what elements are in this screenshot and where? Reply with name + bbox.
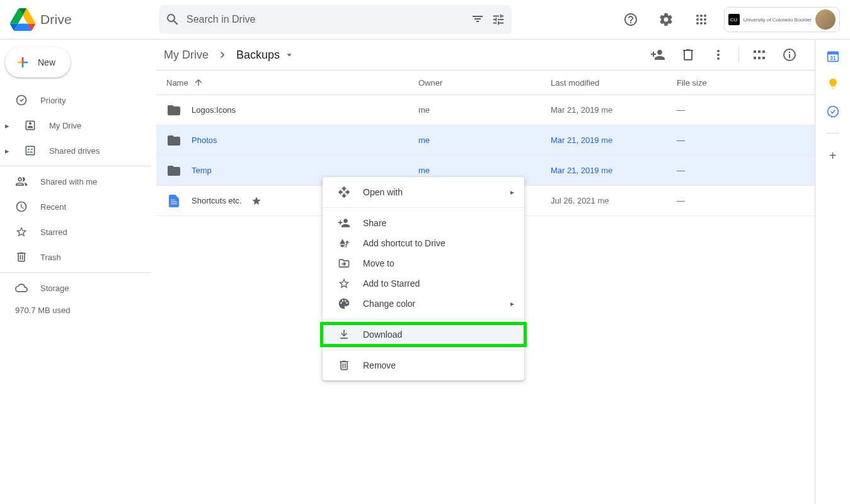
breadcrumb-root[interactable]: My Drive: [159, 46, 214, 64]
ctx-star[interactable]: Add to Starred: [323, 273, 524, 294]
trash-icon: [15, 251, 28, 263]
starred-icon: [15, 226, 28, 238]
dropdown-icon: [284, 49, 295, 60]
keep-app-icon[interactable]: [827, 77, 839, 90]
info-button[interactable]: [777, 42, 802, 67]
ctx-shortcut[interactable]: Add shortcut to Drive: [323, 233, 524, 253]
col-modified-header[interactable]: Last modified: [551, 78, 677, 88]
folder-icon: [166, 133, 181, 148]
search-input[interactable]: [187, 14, 464, 25]
table-row[interactable]: Photos me Mar 21, 2019 me —: [156, 125, 815, 156]
ctx-color[interactable]: Change color ▸: [323, 294, 524, 314]
svg-rect-3: [827, 52, 838, 54]
sidebar-item-storage[interactable]: Storage: [0, 275, 141, 301]
new-label: New: [38, 57, 55, 67]
file-size: —: [677, 166, 810, 175]
file-name: Temp: [192, 166, 212, 175]
file-modified: Mar 21, 2019 me: [551, 166, 677, 175]
sort-arrow-icon: [193, 77, 204, 88]
sidebar-item-trash[interactable]: Trash: [0, 244, 141, 270]
file-owner: me: [418, 166, 551, 175]
priority-icon: [15, 94, 28, 106]
ctx-download[interactable]: Download: [323, 324, 524, 345]
share-icon: [338, 217, 350, 229]
file-size: —: [677, 105, 810, 115]
grid-view-button[interactable]: [747, 42, 772, 67]
caret-right-icon[interactable]: ▸: [5, 121, 11, 130]
file-size: —: [677, 135, 810, 145]
ctx-open-with[interactable]: Open with ▸: [323, 182, 524, 202]
col-owner-header[interactable]: Owner: [418, 78, 551, 88]
avatar[interactable]: [815, 9, 836, 30]
calendar-app-icon[interactable]: 31: [827, 50, 839, 62]
remove-icon: [338, 359, 350, 372]
move-icon: [338, 257, 350, 270]
new-button[interactable]: New: [5, 47, 71, 77]
sidebar-item-mydrive[interactable]: ▸ My Drive: [0, 113, 141, 138]
breadcrumb: My Drive Backups: [159, 46, 300, 64]
file-size: —: [677, 196, 810, 205]
table-row[interactable]: Logos:Icons me Mar 21, 2019 me —: [156, 95, 815, 125]
drive-logo-icon[interactable]: [10, 7, 35, 32]
tasks-app-icon[interactable]: [827, 105, 839, 118]
file-modified: Jul 26, 2021 me: [551, 196, 677, 205]
sidebar-item-recent[interactable]: Recent: [0, 194, 141, 219]
context-menu: Open with ▸ Share Add shortcut to Drive …: [323, 177, 524, 381]
svg-text:31: 31: [830, 55, 836, 61]
breadcrumb-current[interactable]: Backups: [231, 46, 300, 64]
chevron-right-icon: ▸: [510, 188, 514, 197]
search-box[interactable]: [159, 5, 512, 34]
col-size-header[interactable]: File size: [677, 78, 810, 88]
file-name: Logos:Icons: [192, 105, 236, 115]
file-name: Photos: [192, 135, 217, 145]
settings-button[interactable]: [653, 7, 679, 32]
storage-icon: [15, 282, 28, 294]
more-button[interactable]: [706, 42, 731, 67]
file-modified: Mar 21, 2019 me: [551, 135, 677, 145]
ctx-move[interactable]: Move to: [323, 253, 524, 273]
add-app-button[interactable]: +: [829, 149, 837, 163]
chevron-right-icon: ▸: [510, 299, 514, 308]
app-name[interactable]: Drive: [40, 12, 72, 27]
star-icon: [338, 277, 350, 290]
account-org: University of Colorado Boulder: [744, 17, 812, 23]
col-name-header[interactable]: Name: [166, 77, 418, 88]
cu-logo-icon: CU: [728, 14, 740, 25]
search-options-icon[interactable]: [470, 12, 485, 27]
star-filled-icon: [251, 196, 261, 206]
file-modified: Mar 21, 2019 me: [551, 105, 677, 115]
account-chip[interactable]: CU University of Colorado Boulder: [724, 7, 841, 32]
plus-icon: [15, 55, 30, 70]
apps-button[interactable]: [689, 7, 714, 32]
shared-icon: [15, 175, 28, 188]
storage-usage: 970.7 MB used: [0, 301, 151, 320]
help-button[interactable]: [618, 7, 643, 32]
open-with-icon: [338, 186, 350, 198]
caret-right-icon[interactable]: ▸: [5, 146, 11, 156]
doc-icon: [166, 193, 181, 209]
tune-icon[interactable]: [491, 13, 505, 26]
file-owner: me: [418, 135, 551, 145]
sidebar-item-shared[interactable]: Shared with me: [0, 169, 141, 194]
chevron-right-icon: [216, 49, 229, 61]
ctx-share[interactable]: Share: [323, 213, 524, 233]
sidebar-item-starred[interactable]: Starred: [0, 219, 141, 244]
folder-icon: [166, 103, 181, 118]
download-icon: [338, 328, 350, 341]
search-icon: [165, 12, 180, 27]
palette-icon: [338, 297, 350, 310]
svg-point-5: [827, 106, 838, 117]
folder-icon: [166, 163, 181, 178]
delete-button[interactable]: [675, 42, 701, 67]
share-button[interactable]: [645, 42, 670, 67]
shareddrives-icon: [24, 144, 37, 157]
file-owner: me: [418, 105, 551, 115]
file-name: Shortcuts etc.: [192, 196, 241, 205]
ctx-remove[interactable]: Remove: [323, 355, 524, 375]
shortcut-icon: [338, 237, 350, 249]
mydrive-icon: [24, 119, 37, 132]
sidebar-item-priority[interactable]: Priority: [0, 88, 141, 113]
sidebar-item-shareddrives[interactable]: ▸ Shared drives: [0, 138, 141, 163]
recent-icon: [15, 200, 28, 213]
table-header: Name Owner Last modified File size: [156, 70, 815, 95]
